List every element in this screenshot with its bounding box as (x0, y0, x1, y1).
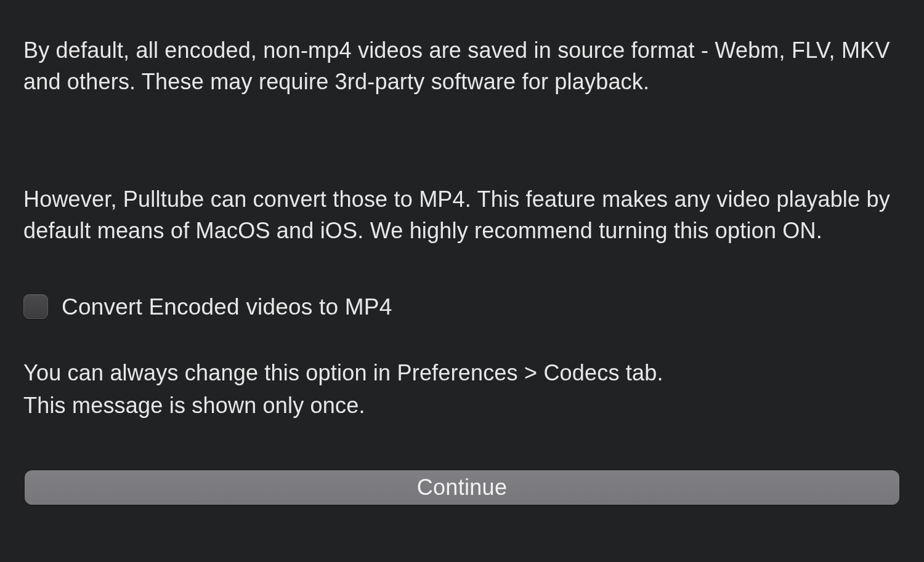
preferences-note: You can always change this option in Pre… (23, 357, 901, 421)
note-line-2: This message is shown only once. (23, 390, 901, 422)
button-area: Continue (25, 470, 899, 505)
convert-to-mp4-checkbox[interactable] (23, 294, 48, 319)
convert-checkbox-label: Convert Encoded videos to MP4 (62, 295, 392, 318)
description-paragraph-1: By default, all encoded, non-mp4 videos … (23, 34, 901, 97)
note-line-1: You can always change this option in Pre… (23, 357, 901, 389)
description-paragraph-2: However, Pulltube can convert those to M… (23, 183, 901, 246)
continue-button[interactable]: Continue (25, 470, 899, 505)
continue-button-label: Continue (417, 475, 508, 500)
conversion-dialog: By default, all encoded, non-mp4 videos … (0, 0, 924, 562)
convert-checkbox-row: Convert Encoded videos to MP4 (23, 294, 901, 319)
